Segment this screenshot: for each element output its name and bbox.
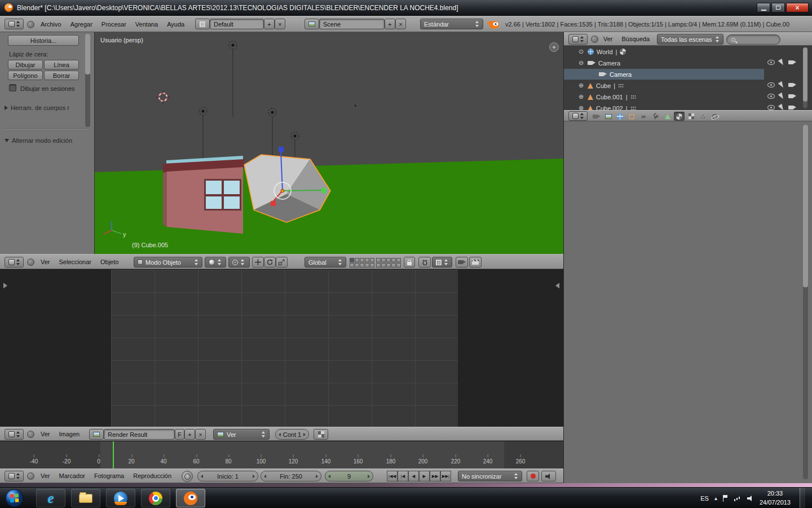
frame-end-field[interactable]: Fin: 250 (261, 471, 321, 481)
region-handle-right-icon[interactable] (555, 283, 559, 288)
record-button[interactable] (527, 471, 539, 481)
snap-element-dropdown[interactable] (432, 257, 452, 268)
close-button[interactable]: × (786, 3, 809, 12)
renderability-icon[interactable] (788, 60, 796, 65)
manipulator-scale-button[interactable] (276, 257, 288, 268)
outliner-row-camera[interactable]: ⊖ Camera (564, 58, 812, 68)
region-expand-button[interactable]: + (549, 42, 559, 52)
toolshelf-scrollbar-thumb[interactable] (85, 34, 90, 75)
editor-divider[interactable] (563, 32, 564, 483)
counter-stepper[interactable]: Cont 1 (275, 429, 309, 440)
image-name-field[interactable]: Render Result (104, 429, 175, 440)
outliner-scrollbar-thumb[interactable] (803, 47, 807, 102)
tray-clock[interactable]: 20:33 24/07/2013 (760, 489, 791, 507)
menu-ver[interactable]: Ver (36, 259, 55, 265)
next-keyframe-button[interactable]: ▶▶ (430, 471, 440, 481)
menu-ver[interactable]: Ver (36, 431, 55, 437)
window-titlebar[interactable]: Blender* [C:\Users\Javero\Desktop\VERONI… (0, 0, 812, 16)
rigid-body-panel-header[interactable]: Herram. de cuerpos r (5, 104, 69, 111)
frame-start-field[interactable]: Inicio: 1 (197, 471, 258, 481)
row-label[interactable]: Cube (596, 82, 611, 89)
opengl-render-button[interactable] (456, 257, 468, 268)
header-collapse-button[interactable] (27, 259, 34, 266)
show-desktop-button[interactable] (800, 488, 805, 508)
selectability-icon[interactable] (778, 104, 785, 110)
action-center-icon[interactable] (723, 495, 729, 502)
jump-start-button[interactable]: |◀◀ (387, 471, 398, 481)
tab-material[interactable] (674, 112, 685, 121)
menu-procesar[interactable]: Procesar (97, 21, 131, 28)
editor-type-button-info[interactable] (5, 19, 24, 29)
orientation-dropdown[interactable]: Global (304, 257, 346, 268)
visibility-icon[interactable] (767, 94, 775, 99)
pivot-dropdown[interactable] (228, 257, 250, 268)
visibility-icon[interactable] (767, 105, 775, 110)
opengl-render-anim-button[interactable] (469, 257, 482, 268)
expander-icon[interactable]: ⊕ (577, 82, 585, 89)
grease-poly-button[interactable]: Polígono (8, 71, 43, 80)
lock-scene-button[interactable] (404, 257, 415, 268)
editor-type-button-properties[interactable] (568, 111, 588, 121)
current-frame-playhead[interactable] (113, 441, 114, 469)
renderability-icon[interactable] (788, 105, 796, 110)
taskbar-explorer-button[interactable] (71, 489, 100, 507)
house-object[interactable] (163, 156, 244, 234)
preview-range-toggle[interactable] (182, 471, 193, 482)
layout-browse-button[interactable] (195, 19, 210, 29)
menu-archivo[interactable]: Archivo (36, 21, 66, 28)
tab-scene[interactable] (603, 112, 614, 121)
timeline-ruler[interactable]: -40 -20 0 20 40 60 80 100 120 140 160 18… (0, 441, 564, 468)
language-indicator[interactable]: ES (700, 495, 709, 502)
expander-icon[interactable]: ⊕ (577, 104, 585, 110)
image-new-button[interactable]: + (184, 429, 195, 440)
menu-ventana[interactable]: Ventana (131, 21, 162, 28)
row-label[interactable]: Camera (610, 71, 632, 78)
edit-mode-panel-header[interactable]: Alternar modo edición (5, 137, 72, 144)
sessions-checkbox[interactable] (9, 84, 16, 91)
snap-toggle-button[interactable]: Ω (418, 257, 431, 268)
history-button[interactable]: Historia... (8, 35, 79, 46)
row-label[interactable]: Camera (598, 60, 620, 67)
jump-end-button[interactable]: ▶▶| (440, 471, 451, 481)
selectability-icon[interactable] (778, 59, 785, 67)
row-label[interactable]: World (597, 49, 613, 55)
manipulator-translate-button[interactable] (252, 257, 264, 268)
tab-render[interactable] (591, 112, 602, 121)
menu-marcador[interactable]: Marcador (55, 472, 90, 479)
volume-icon[interactable] (747, 496, 754, 501)
tab-constraints[interactable]: ∞ (638, 112, 649, 121)
expander-icon[interactable]: ⊙ (577, 48, 585, 55)
scene-browse-button[interactable] (304, 19, 319, 29)
manipulator-z-handle[interactable] (279, 147, 284, 152)
layers-group-2[interactable] (376, 258, 401, 268)
taskbar-wmp-button[interactable] (106, 489, 135, 507)
hidden-icons-chevron[interactable]: ▴ (714, 495, 717, 501)
layout-delete-button[interactable]: × (275, 19, 285, 29)
selectability-icon[interactable] (778, 93, 785, 100)
header-collapse-button[interactable] (27, 472, 34, 480)
selectability-icon[interactable] (778, 81, 785, 89)
outliner-row-camera-data[interactable]: Camera (564, 69, 812, 80)
grease-erase-button[interactable]: Borrar (44, 71, 79, 80)
renderability-icon[interactable] (788, 82, 796, 87)
image-unlink-button[interactable]: × (195, 429, 206, 440)
grease-line-button[interactable]: Línea (44, 60, 79, 69)
editor-type-button-3dview[interactable] (5, 257, 24, 268)
menu-fotograma[interactable]: Fotograma (90, 472, 129, 479)
tab-object[interactable] (626, 112, 637, 121)
menu-ver[interactable]: Ver (599, 36, 617, 42)
editor-type-button-outliner[interactable] (568, 34, 588, 45)
visibility-icon[interactable] (767, 60, 775, 65)
tab-object-data[interactable] (662, 112, 673, 121)
editor-type-button-image[interactable] (5, 429, 24, 440)
row-label[interactable]: Cube.002 (596, 105, 623, 111)
tab-particles[interactable]: ∴ (698, 112, 708, 121)
menu-ver[interactable]: Ver (36, 472, 55, 479)
audio-scrub-button[interactable] (541, 471, 556, 481)
minimize-button[interactable] (757, 3, 770, 12)
header-collapse-button[interactable] (591, 36, 598, 43)
manipulator-x-handle[interactable] (271, 201, 276, 206)
start-button[interactable] (5, 488, 24, 508)
region-handle-left-icon[interactable] (3, 283, 7, 288)
outliner-row-cube001[interactable]: ⊕ Cube.001 | (564, 91, 812, 102)
